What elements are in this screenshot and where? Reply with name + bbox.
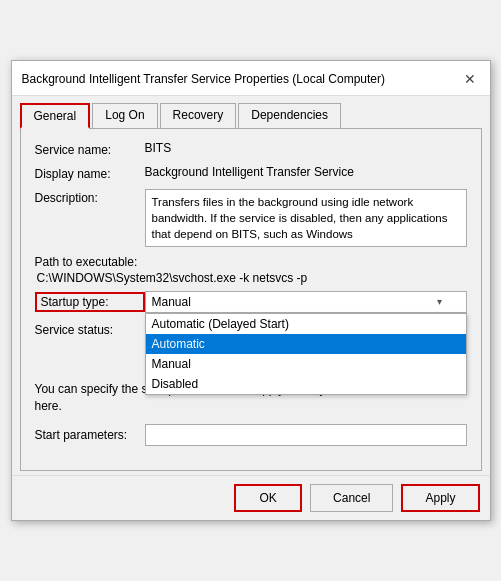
tab-dependencies[interactable]: Dependencies <box>238 103 341 129</box>
content-area: Service name: BITS Display name: Backgro… <box>20 128 482 472</box>
service-status-label: Service status: <box>35 323 145 337</box>
description-label: Description: <box>35 189 145 205</box>
service-name-value: BITS <box>145 141 467 155</box>
tab-general[interactable]: General <box>20 103 91 129</box>
description-row: Description: Transfers files in the back… <box>35 189 467 247</box>
dropdown-list: Automatic (Delayed Start) Automatic Manu… <box>145 313 467 395</box>
service-name-row: Service name: BITS <box>35 141 467 157</box>
description-value: Transfers files in the background using … <box>145 189 467 247</box>
display-name-label: Display name: <box>35 165 145 181</box>
dropdown-option-disabled[interactable]: Disabled <box>146 374 466 394</box>
tab-bar: General Log On Recovery Dependencies <box>12 96 490 128</box>
path-section: Path to executable: C:\WINDOWS\System32\… <box>35 255 467 285</box>
dialog-title: Background Intelligent Transfer Service … <box>22 72 386 86</box>
path-label: Path to executable: <box>35 255 467 269</box>
startup-type-row: Startup type: Manual ▾ Automatic (Delaye… <box>35 291 467 313</box>
startup-type-label: Startup type: <box>35 292 145 312</box>
dropdown-selected[interactable]: Manual ▾ <box>145 291 467 313</box>
title-bar: Background Intelligent Transfer Service … <box>12 61 490 96</box>
start-params-row: Start parameters: <box>35 424 467 446</box>
start-params-input[interactable] <box>145 424 467 446</box>
dropdown-option-delayed[interactable]: Automatic (Delayed Start) <box>146 314 466 334</box>
ok-button[interactable]: OK <box>234 484 302 512</box>
apply-button[interactable]: Apply <box>401 484 479 512</box>
close-button[interactable]: ✕ <box>460 69 480 89</box>
startup-type-dropdown[interactable]: Manual ▾ Automatic (Delayed Start) Autom… <box>145 291 467 313</box>
tab-logon[interactable]: Log On <box>92 103 157 129</box>
tab-recovery[interactable]: Recovery <box>160 103 237 129</box>
path-value: C:\WINDOWS\System32\svchost.exe -k netsv… <box>37 271 467 285</box>
start-params-label: Start parameters: <box>35 428 145 442</box>
cancel-button[interactable]: Cancel <box>310 484 393 512</box>
chevron-down-icon: ▾ <box>437 296 442 307</box>
footer: OK Cancel Apply <box>12 475 490 520</box>
dropdown-option-automatic[interactable]: Automatic <box>146 334 466 354</box>
properties-dialog: Background Intelligent Transfer Service … <box>11 60 491 522</box>
dropdown-option-manual[interactable]: Manual <box>146 354 466 374</box>
display-name-row: Display name: Background Intelligent Tra… <box>35 165 467 181</box>
display-name-value: Background Intelligent Transfer Service <box>145 165 467 179</box>
service-name-label: Service name: <box>35 141 145 157</box>
